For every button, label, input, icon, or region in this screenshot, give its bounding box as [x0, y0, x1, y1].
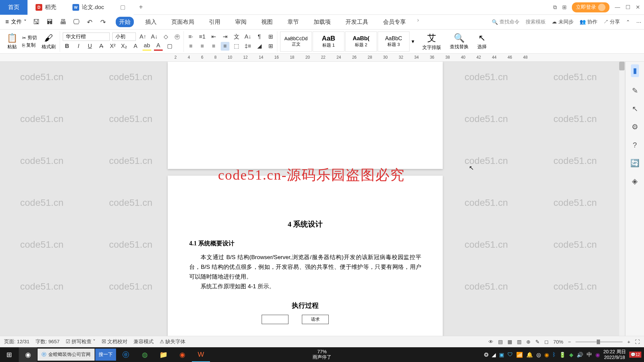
align-right-button[interactable]: ≡: [209, 42, 218, 51]
distribute-button[interactable]: ⬚: [232, 42, 241, 51]
line-spacing-button[interactable]: ‡≡: [244, 42, 252, 51]
close-button[interactable]: ✕: [636, 4, 640, 10]
minimize-button[interactable]: —: [615, 4, 620, 10]
bold-button[interactable]: B: [63, 42, 71, 51]
cut-button[interactable]: ✂剪切: [22, 35, 37, 41]
sort-button[interactable]: A↓: [244, 33, 252, 41]
print-preview-icon[interactable]: 🖵: [72, 18, 81, 26]
document-canvas[interactable]: code51.cncode51.cncode51.cncode51.cncode…: [0, 62, 625, 347]
outline-view-icon[interactable]: ▥: [517, 339, 522, 345]
italic-button[interactable]: I: [74, 42, 83, 51]
tray-icon-3[interactable]: ▣: [499, 352, 504, 358]
maximize-button[interactable]: ☐: [626, 4, 630, 10]
tray-icon-1[interactable]: ❂: [484, 352, 488, 358]
search-command[interactable]: 🔍 查找命令: [492, 19, 520, 25]
login-button[interactable]: 立即登录: [572, 2, 609, 12]
word-count[interactable]: 字数: 9657: [36, 339, 60, 345]
tab-member[interactable]: 会员专享: [380, 17, 409, 27]
tab-view[interactable]: 视图: [258, 17, 276, 27]
style-heading2[interactable]: AaBb(标题 2: [345, 32, 377, 52]
task-view-button[interactable]: ◉: [19, 347, 37, 362]
borders-button[interactable]: ⊞: [266, 42, 275, 51]
underline-button[interactable]: U: [86, 42, 94, 51]
zoom-slider[interactable]: [576, 341, 623, 343]
tab-addins[interactable]: 加载项: [310, 17, 334, 27]
select-button[interactable]: ↖选择: [475, 33, 489, 50]
undo-icon[interactable]: ↶: [86, 18, 94, 26]
help-icon[interactable]: ?: [633, 141, 637, 149]
tab-review[interactable]: 审阅: [232, 17, 250, 27]
select-tool-icon[interactable]: ↖: [632, 105, 638, 113]
taskbar-app-icon[interactable]: ◉: [173, 347, 191, 362]
draw-mode-icon[interactable]: ✎: [535, 339, 540, 345]
share-button[interactable]: ↗ 分享: [603, 19, 620, 25]
translate-icon[interactable]: 🔄: [630, 159, 639, 168]
grid-icon[interactable]: ⊞: [562, 4, 567, 10]
more-icon[interactable]: ⋯: [636, 19, 641, 25]
tray-bluetooth-icon[interactable]: ᛒ: [552, 352, 556, 358]
tab-add[interactable]: +: [133, 3, 148, 11]
tray-shield-icon[interactable]: 🛡: [507, 352, 513, 358]
tabs-more-icon[interactable]: ›: [417, 17, 419, 27]
superscript-button[interactable]: X²: [108, 42, 117, 51]
highlight-button[interactable]: ab: [143, 42, 151, 51]
tab-document[interactable]: W 论文.doc ▢: [64, 0, 133, 15]
copy-button[interactable]: ⎘复制: [22, 42, 37, 48]
web-view-icon[interactable]: ⊕: [526, 339, 531, 345]
search-template[interactable]: 搜索模板: [526, 19, 546, 25]
style-heading3[interactable]: AaBbC标题 3: [378, 32, 410, 52]
taskbar-search[interactable]: 搜一下: [95, 349, 116, 361]
read-view-icon[interactable]: ▤: [498, 339, 503, 345]
numbering-button[interactable]: ≡1: [198, 33, 207, 41]
tab-pagelayout[interactable]: 页面布局: [168, 17, 198, 27]
tab-chapter[interactable]: 章节: [284, 17, 302, 27]
taskbar-explorer-icon[interactable]: 📁: [154, 347, 172, 362]
tab-start[interactable]: 开始: [116, 17, 134, 27]
taskbar-ie-icon[interactable]: ⓔ: [117, 347, 135, 362]
taskbar-browser-tab[interactable]: ⓔ 金螳螂装饰公司官网: [38, 349, 95, 361]
save-icon[interactable]: 🖫: [32, 18, 41, 26]
show-marks-button[interactable]: ¶: [255, 33, 264, 41]
clear-format-button[interactable]: ◇: [161, 33, 170, 41]
tray-icon-9[interactable]: ◆: [569, 352, 573, 358]
format-painter-button[interactable]: 🖌 格式刷: [40, 33, 58, 50]
taskbar-wps-icon[interactable]: W: [192, 347, 210, 362]
font-color-button[interactable]: A: [154, 42, 163, 51]
grow-font-button[interactable]: A↑: [139, 33, 147, 41]
increase-indent-button[interactable]: ⇥: [221, 33, 229, 41]
start-button[interactable]: ⊞: [0, 347, 18, 362]
tray-wifi-icon[interactable]: 📶: [516, 352, 523, 358]
file-menu[interactable]: ≡ 文件 ˅: [3, 18, 29, 25]
ribbon-collapse-icon[interactable]: ⌃: [626, 19, 630, 25]
ruler[interactable]: 2468101214161820222426283032343638404244…: [0, 54, 644, 62]
shading-button[interactable]: ◢: [255, 42, 264, 51]
tab-home[interactable]: 首页: [0, 0, 28, 15]
page-indicator[interactable]: 页面: 12/31: [4, 339, 30, 345]
print-view-icon[interactable]: ▦: [507, 339, 512, 345]
eye-icon[interactable]: 👁: [488, 339, 493, 345]
zoom-fit-icon[interactable]: ◻: [544, 339, 548, 345]
char-border-button[interactable]: ▢: [165, 42, 174, 51]
toolbox-icon[interactable]: ▮: [631, 64, 639, 77]
redo-icon[interactable]: ↷: [99, 18, 108, 26]
settings-icon[interactable]: ⚙: [632, 123, 638, 131]
taskbar-360-icon[interactable]: ◍: [136, 347, 154, 362]
tab-devtools[interactable]: 开发工具: [342, 17, 372, 27]
subscript-button[interactable]: X₂: [120, 42, 128, 51]
tabs-button[interactable]: ⊞: [266, 33, 275, 41]
tray-icon-7[interactable]: ◉: [544, 352, 549, 358]
tray-icon-2[interactable]: ◢: [492, 352, 496, 358]
tray-notification-icon[interactable]: 🔔: [526, 352, 533, 358]
vertical-scrollbar[interactable]: [619, 62, 625, 336]
tray-battery-icon[interactable]: 🔋: [559, 352, 566, 358]
zoom-out-button[interactable]: −: [568, 339, 571, 345]
zoom-in-button[interactable]: +: [627, 339, 630, 345]
find-replace-button[interactable]: 🔍查找替换: [448, 33, 471, 50]
taskbar-clock[interactable]: 20:22 周日 2022/9/18: [603, 349, 626, 360]
text-layout-button[interactable]: 艾文字排版: [420, 32, 443, 51]
paste-button[interactable]: 📋 粘贴: [5, 33, 19, 50]
tab-insert[interactable]: 插入: [142, 17, 160, 27]
style-heading1[interactable]: AaB标题 1: [313, 32, 344, 52]
idea-icon[interactable]: ◈: [632, 177, 638, 186]
tray-volume-icon[interactable]: 🔊: [577, 352, 583, 358]
